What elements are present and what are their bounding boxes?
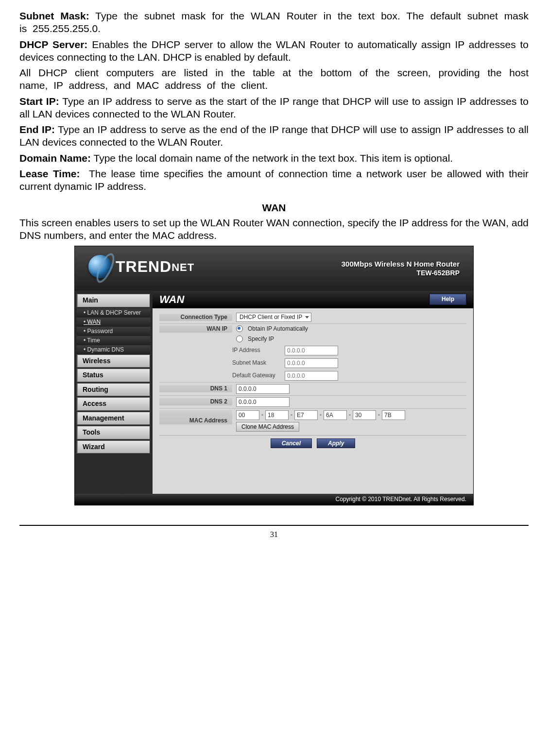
- text-lease: The lease time specifies the amount of c…: [19, 168, 529, 192]
- label-dhcp: DHCP Server:: [19, 39, 87, 50]
- row-dns1: DNS 1: [159, 382, 466, 396]
- sidebar-panel-tools[interactable]: Tools: [77, 426, 151, 439]
- page-title: WAN: [159, 293, 184, 306]
- label-startip: Start IP:: [19, 96, 59, 107]
- subnet-mask-input[interactable]: [285, 358, 338, 368]
- document-page: Subnet Mask: Type the subnet mask for th…: [19, 10, 529, 539]
- sidebar-panel-status[interactable]: Status: [77, 369, 151, 382]
- help-button[interactable]: Help: [429, 294, 466, 305]
- para-lease: Lease Time: The lease time specifies the…: [19, 168, 529, 193]
- text-endip: Type an IP address to serve as the end o…: [19, 124, 529, 148]
- sidebar-panel-wireless[interactable]: Wireless: [77, 354, 151, 368]
- row-dns2: DNS 2: [159, 396, 466, 409]
- radio-obtain-auto-label: Obtain IP Automatically: [248, 325, 308, 333]
- apply-button[interactable]: Apply: [317, 438, 355, 448]
- router-footer: Copyright © 2010 TRENDnet. All Rights Re…: [75, 494, 473, 505]
- form-area: Connection Type DHCP Client or Fixed IP …: [153, 308, 473, 494]
- content-pane: WAN Help Connection Type DHCP Client or …: [153, 291, 473, 494]
- label-mac: MAC Address: [159, 410, 232, 424]
- clone-mac-button[interactable]: Clone MAC Address: [236, 422, 299, 432]
- tagline1: 300Mbps Wireless N Home Router: [342, 260, 460, 269]
- sidebar-item-wan[interactable]: WAN: [77, 318, 151, 327]
- label-wan-ip: WAN IP: [159, 325, 232, 333]
- para-wan-intro: This screen enables users to set up the …: [19, 217, 529, 242]
- section-title-wan: WAN: [19, 202, 529, 214]
- cancel-button[interactable]: Cancel: [271, 438, 312, 448]
- para-domain: Domain Name: Type the local domain name …: [19, 152, 529, 165]
- para-dhcp: DHCP Server: Enables the DHCP server to …: [19, 38, 529, 64]
- content-header: WAN Help: [153, 291, 473, 308]
- radio-specify-ip-label: Specify IP: [248, 336, 274, 343]
- row-default-gateway: Default Gateway: [232, 370, 466, 382]
- page-number: 31: [19, 530, 529, 539]
- row-subnet-mask: Subnet Mask: [232, 357, 466, 370]
- row-ip-address: IP Address: [232, 344, 466, 357]
- model-label: 300Mbps Wireless N Home Router TEW-652BR…: [342, 260, 460, 277]
- ip-address-input[interactable]: [285, 346, 338, 355]
- text-subnet: Type the subnet mask for the WLAN Router…: [19, 10, 529, 34]
- para-subnet: Subnet Mask: Type the subnet mask for th…: [19, 10, 529, 35]
- router-body: Main LAN & DHCP Server WAN Password Time…: [75, 291, 473, 494]
- default-gateway-input[interactable]: [285, 371, 338, 381]
- connection-type-select[interactable]: DHCP Client or Fixed IP: [236, 313, 311, 322]
- row-specify-ip: Specify IP: [159, 334, 466, 344]
- text-startip: Type an IP address to serve as the start…: [19, 96, 529, 119]
- mac-input-6[interactable]: [382, 410, 405, 420]
- sidebar-panel-management[interactable]: Management: [77, 412, 151, 425]
- sidebar-panel-routing[interactable]: Routing: [77, 383, 151, 397]
- sidebar: Main LAN & DHCP Server WAN Password Time…: [75, 291, 153, 494]
- logo-block: TRENDNET: [88, 255, 194, 278]
- text-dhcp: Enables the DHCP server to allow the WLA…: [19, 39, 529, 63]
- label-dns2: DNS 2: [159, 398, 232, 405]
- sidebar-item-password[interactable]: Password: [77, 327, 151, 336]
- sidebar-item-dynamic-dns[interactable]: Dynamic DNS: [77, 345, 151, 354]
- dns1-input[interactable]: [236, 384, 290, 394]
- nested-ip-fields: IP Address Subnet Mask Default Gateway: [232, 344, 466, 382]
- router-admin-ui: TRENDNET 300Mbps Wireless N Home Router …: [74, 246, 474, 505]
- tagline2: TEW-652BRP: [342, 269, 460, 278]
- label-domain: Domain Name:: [19, 152, 91, 164]
- dns2-input[interactable]: [236, 397, 290, 407]
- label-endip: End IP:: [19, 124, 55, 135]
- router-figure: TRENDNET 300Mbps Wireless N Home Router …: [19, 246, 529, 505]
- label-lease: Lease Time:: [19, 168, 80, 179]
- para-startip: Start IP: Type an IP address to serve as…: [19, 95, 529, 121]
- radio-specify-ip[interactable]: [236, 336, 243, 342]
- mac-input-4[interactable]: [324, 410, 347, 420]
- mac-input-2[interactable]: [265, 410, 289, 420]
- row-connection-type: Connection Type DHCP Client or Fixed IP: [159, 311, 466, 324]
- action-row: Cancel Apply: [159, 435, 466, 448]
- mac-input-1[interactable]: [236, 410, 259, 420]
- label-dns1: DNS 1: [159, 385, 232, 392]
- label-subnet-mask: Subnet Mask: [232, 359, 281, 367]
- sidebar-panel-main[interactable]: Main: [77, 294, 151, 307]
- label-connection-type: Connection Type: [159, 314, 232, 321]
- row-wan-ip: WAN IP Obtain IP Automatically: [159, 324, 466, 334]
- label-ip-address: IP Address: [232, 347, 281, 354]
- sidebar-panel-wizard[interactable]: Wizard: [77, 440, 151, 454]
- row-mac: MAC Address - - - - - Clon: [159, 409, 466, 433]
- page-separator: [19, 525, 529, 526]
- label-default-gateway: Default Gateway: [232, 372, 281, 379]
- sidebar-item-time[interactable]: Time: [77, 336, 151, 345]
- para-dhcp-note: All DHCP client computers are listed in …: [19, 67, 529, 92]
- router-header: TRENDNET 300Mbps Wireless N Home Router …: [75, 246, 473, 291]
- label-subnet: Subnet Mask:: [19, 10, 89, 21]
- globe-icon: [88, 255, 112, 278]
- mac-input-5[interactable]: [353, 410, 376, 420]
- mac-input-3[interactable]: [294, 410, 318, 420]
- para-endip: End IP: Type an IP address to serve as t…: [19, 123, 529, 149]
- radio-obtain-auto[interactable]: [236, 325, 243, 332]
- brand-text: TRENDNET: [116, 257, 194, 276]
- text-domain: Type the local domain name of the networ…: [94, 152, 453, 164]
- sidebar-item-lan-dhcp[interactable]: LAN & DHCP Server: [77, 308, 151, 318]
- sidebar-panel-access[interactable]: Access: [77, 397, 151, 411]
